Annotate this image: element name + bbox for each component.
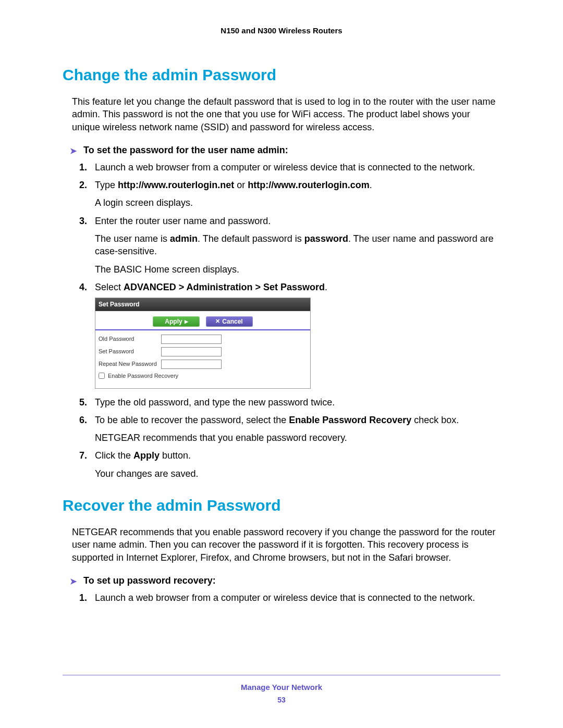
repeat-password-row: Repeat New Password	[99, 360, 307, 369]
set-password-panel: Set Password Apply ▶ ✕ Cancel Old Passwo…	[95, 298, 311, 388]
chapter-title: Manage Your Network	[63, 683, 500, 692]
cancel-button[interactable]: ✕ Cancel	[206, 316, 253, 327]
set-password-label: Set Password	[99, 348, 161, 355]
apply-button[interactable]: Apply ▶	[153, 316, 200, 327]
set-password-input[interactable]	[161, 347, 222, 356]
set-password-row: Set Password	[99, 347, 307, 356]
step-5-text: Type the old password, and type the new …	[95, 397, 335, 408]
step-4-text: Select ADVANCED > Administration > Set P…	[95, 282, 327, 292]
enable-recovery-row: Enable Password Recovery	[99, 372, 307, 380]
page-footer: Manage Your Network 53	[63, 675, 500, 704]
close-icon: ✕	[215, 318, 220, 325]
old-password-row: Old Password	[99, 335, 307, 344]
cancel-button-label: Cancel	[222, 318, 242, 325]
step-3: 3. Enter the router user name and passwo…	[93, 215, 500, 276]
panel-button-row: Apply ▶ ✕ Cancel	[95, 311, 310, 330]
procedure-heading-text: To set up password recovery:	[83, 575, 216, 586]
section1-intro: This feature let you change the default …	[72, 95, 500, 133]
step-1-recovery: 1. Launch a web browser from a computer …	[93, 591, 500, 604]
old-password-label: Old Password	[99, 335, 161, 343]
step-3-note1: The user name is admin. The default pass…	[95, 232, 500, 258]
step-7-note: Your changes are saved.	[95, 467, 500, 480]
apply-button-label: Apply	[165, 318, 182, 325]
step-4: 4. Select ADVANCED > Administration > Se…	[93, 281, 500, 389]
repeat-password-label: Repeat New Password	[99, 360, 161, 368]
section-recover-password-title: Recover the admin Password	[63, 497, 500, 514]
step-1: 1. Launch a web browser from a computer …	[93, 161, 500, 174]
step-1-text: Launch a web browser from a computer or …	[95, 162, 475, 172]
enable-recovery-checkbox[interactable]	[99, 373, 105, 379]
step-3-text: Enter the router user name and password.	[95, 216, 271, 226]
doc-header: N150 and N300 Wireless Routers	[63, 26, 500, 35]
step-6-text: To be able to recover the password, sele…	[95, 415, 459, 425]
step-3-note2: The BASIC Home screen displays.	[95, 263, 500, 276]
step-2-note: A login screen displays.	[95, 196, 500, 209]
step-1-recovery-text: Launch a web browser from a computer or …	[95, 593, 475, 603]
procedure-heading-set-password: ➤ To set the password for the user name …	[63, 145, 500, 156]
section-change-password-title: Change the admin Password	[63, 66, 500, 84]
step-6: 6. To be able to recover the password, s…	[93, 414, 500, 445]
section2-intro: NETGEAR recommends that you enable passw…	[72, 526, 500, 564]
footer-rule	[63, 675, 500, 675]
enable-recovery-label: Enable Password Recovery	[108, 372, 178, 380]
old-password-input[interactable]	[161, 335, 222, 344]
chevron-right-icon: ▶	[185, 319, 188, 324]
step-6-note: NETGEAR recommends that you enable passw…	[95, 431, 500, 444]
page-number: 53	[63, 696, 500, 704]
step-7: 7. Click the Apply button. Your changes …	[93, 449, 500, 480]
repeat-password-input[interactable]	[161, 360, 222, 369]
step-2-text: Type http://www.routerlogin.net or http:…	[95, 180, 372, 190]
chevron-right-icon: ➤	[70, 146, 77, 156]
panel-title: Set Password	[95, 298, 310, 311]
step-2: 2. Type http://www.routerlogin.net or ht…	[93, 179, 500, 209]
chevron-right-icon: ➤	[70, 576, 77, 586]
procedure-heading-text: To set the password for the user name ad…	[83, 145, 288, 155]
step-7-text: Click the Apply button.	[95, 450, 191, 461]
procedure-heading-recovery: ➤ To set up password recovery:	[63, 575, 500, 586]
step-5: 5. Type the old password, and type the n…	[93, 396, 500, 409]
